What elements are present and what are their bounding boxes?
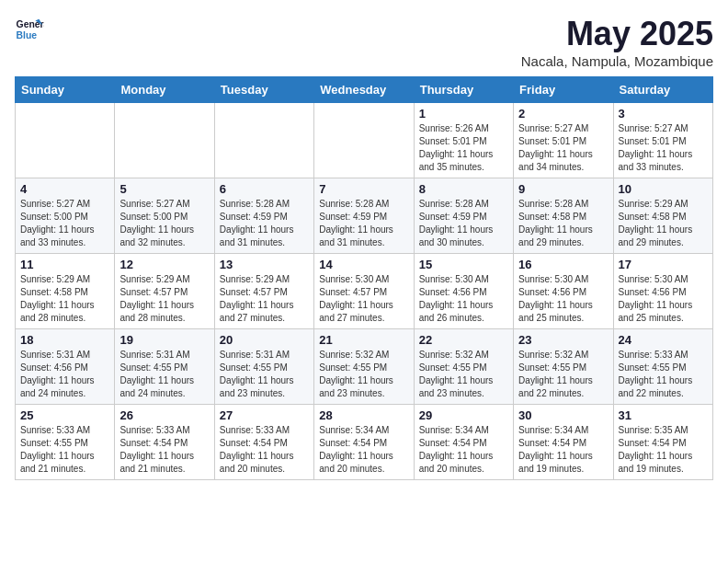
day-detail: Sunrise: 5:33 AMSunset: 4:54 PMDaylight:… [220,424,309,476]
week-row-2: 4Sunrise: 5:27 AMSunset: 5:00 PMDaylight… [16,178,713,254]
day-number: 25 [20,408,109,422]
weekday-header-sunday: Sunday [16,77,115,103]
day-cell: 13Sunrise: 5:29 AMSunset: 4:57 PMDayligh… [214,254,313,329]
calendar-table: SundayMondayTuesdayWednesdayThursdayFrid… [15,76,713,480]
day-detail: Sunrise: 5:35 AMSunset: 4:54 PMDaylight:… [619,424,708,476]
day-number: 8 [419,182,508,196]
day-cell: 2Sunrise: 5:27 AMSunset: 5:01 PMDaylight… [514,103,613,178]
day-detail: Sunrise: 5:31 AMSunset: 4:56 PMDaylight:… [20,349,109,400]
day-detail: Sunrise: 5:28 AMSunset: 4:58 PMDaylight:… [518,198,608,249]
day-detail: Sunrise: 5:33 AMSunset: 4:54 PMDaylight:… [119,424,209,476]
day-cell: 9Sunrise: 5:28 AMSunset: 4:58 PMDaylight… [514,178,613,254]
day-detail: Sunrise: 5:32 AMSunset: 4:55 PMDaylight:… [419,349,508,400]
day-number: 12 [119,258,209,271]
day-cell [314,103,414,178]
logo-icon: General Blue [15,15,44,44]
day-number: 10 [619,182,708,196]
day-detail: Sunrise: 5:33 AMSunset: 4:55 PMDaylight:… [20,424,109,476]
day-cell: 25Sunrise: 5:33 AMSunset: 4:55 PMDayligh… [16,405,115,480]
day-detail: Sunrise: 5:31 AMSunset: 4:55 PMDaylight:… [220,349,309,400]
day-detail: Sunrise: 5:31 AMSunset: 4:55 PMDaylight:… [119,349,209,400]
day-number: 18 [20,333,109,347]
day-number: 11 [20,258,109,271]
day-detail: Sunrise: 5:26 AMSunset: 5:01 PMDaylight:… [419,122,508,174]
day-cell: 14Sunrise: 5:30 AMSunset: 4:57 PMDayligh… [314,254,414,329]
day-cell: 18Sunrise: 5:31 AMSunset: 4:56 PMDayligh… [16,329,115,405]
day-cell: 12Sunrise: 5:29 AMSunset: 4:57 PMDayligh… [115,254,214,329]
day-detail: Sunrise: 5:28 AMSunset: 4:59 PMDaylight:… [220,198,309,249]
week-row-1: 1Sunrise: 5:26 AMSunset: 5:01 PMDaylight… [16,103,713,178]
day-detail: Sunrise: 5:29 AMSunset: 4:57 PMDaylight:… [119,273,209,325]
day-detail: Sunrise: 5:28 AMSunset: 4:59 PMDaylight:… [319,198,408,249]
day-detail: Sunrise: 5:33 AMSunset: 4:55 PMDaylight:… [619,349,708,400]
week-row-3: 11Sunrise: 5:29 AMSunset: 4:58 PMDayligh… [16,254,713,329]
weekday-header-monday: Monday [115,77,214,103]
day-number: 19 [119,333,209,347]
day-detail: Sunrise: 5:34 AMSunset: 4:54 PMDaylight:… [319,424,408,476]
day-cell: 28Sunrise: 5:34 AMSunset: 4:54 PMDayligh… [314,405,414,480]
day-detail: Sunrise: 5:30 AMSunset: 4:56 PMDaylight:… [619,273,708,325]
day-detail: Sunrise: 5:27 AMSunset: 5:00 PMDaylight:… [119,198,209,249]
day-number: 15 [419,258,508,271]
week-row-4: 18Sunrise: 5:31 AMSunset: 4:56 PMDayligh… [16,329,713,405]
day-number: 26 [119,408,209,422]
day-cell: 10Sunrise: 5:29 AMSunset: 4:58 PMDayligh… [613,178,712,254]
day-detail: Sunrise: 5:30 AMSunset: 4:56 PMDaylight:… [419,273,508,325]
day-detail: Sunrise: 5:29 AMSunset: 4:58 PMDaylight:… [619,198,708,249]
day-detail: Sunrise: 5:29 AMSunset: 4:58 PMDaylight:… [20,273,109,325]
day-number: 2 [518,107,608,121]
day-detail: Sunrise: 5:30 AMSunset: 4:57 PMDaylight:… [319,273,408,325]
day-cell: 24Sunrise: 5:33 AMSunset: 4:55 PMDayligh… [613,329,712,405]
day-number: 6 [220,182,309,196]
day-cell [115,103,214,178]
day-cell: 31Sunrise: 5:35 AMSunset: 4:54 PMDayligh… [613,405,712,480]
day-detail: Sunrise: 5:27 AMSunset: 5:00 PMDaylight:… [20,198,109,249]
day-number: 14 [319,258,408,271]
weekday-header-thursday: Thursday [414,77,513,103]
day-number: 3 [619,107,708,121]
day-number: 16 [518,258,608,271]
day-cell: 15Sunrise: 5:30 AMSunset: 4:56 PMDayligh… [414,254,513,329]
day-number: 27 [220,408,309,422]
day-number: 1 [419,107,508,121]
day-number: 4 [20,182,109,196]
day-cell [214,103,313,178]
day-cell: 26Sunrise: 5:33 AMSunset: 4:54 PMDayligh… [115,405,214,480]
day-cell: 7Sunrise: 5:28 AMSunset: 4:59 PMDaylight… [314,178,414,254]
day-number: 29 [419,408,508,422]
day-detail: Sunrise: 5:34 AMSunset: 4:54 PMDaylight:… [419,424,508,476]
day-number: 30 [518,408,608,422]
day-number: 28 [319,408,408,422]
day-number: 20 [220,333,309,347]
day-cell: 8Sunrise: 5:28 AMSunset: 4:59 PMDaylight… [414,178,513,254]
day-cell: 1Sunrise: 5:26 AMSunset: 5:01 PMDaylight… [414,103,513,178]
day-number: 31 [619,408,708,422]
day-number: 23 [518,333,608,347]
day-number: 9 [518,182,608,196]
day-cell: 21Sunrise: 5:32 AMSunset: 4:55 PMDayligh… [314,329,414,405]
weekday-header-row: SundayMondayTuesdayWednesdayThursdayFrid… [16,77,713,103]
day-cell: 16Sunrise: 5:30 AMSunset: 4:56 PMDayligh… [514,254,613,329]
day-number: 13 [220,258,309,271]
day-detail: Sunrise: 5:27 AMSunset: 5:01 PMDaylight:… [518,122,608,174]
day-detail: Sunrise: 5:32 AMSunset: 4:55 PMDaylight:… [319,349,408,400]
day-cell: 20Sunrise: 5:31 AMSunset: 4:55 PMDayligh… [214,329,313,405]
day-detail: Sunrise: 5:28 AMSunset: 4:59 PMDaylight:… [419,198,508,249]
week-row-5: 25Sunrise: 5:33 AMSunset: 4:55 PMDayligh… [16,405,713,480]
logo: General Blue [15,15,44,44]
day-cell: 27Sunrise: 5:33 AMSunset: 4:54 PMDayligh… [214,405,313,480]
header: General Blue May 2025 Nacala, Nampula, M… [15,15,713,69]
day-detail: Sunrise: 5:32 AMSunset: 4:55 PMDaylight:… [518,349,608,400]
weekday-header-saturday: Saturday [613,77,712,103]
day-number: 21 [319,333,408,347]
weekday-header-tuesday: Tuesday [214,77,313,103]
day-cell: 4Sunrise: 5:27 AMSunset: 5:00 PMDaylight… [16,178,115,254]
day-cell: 6Sunrise: 5:28 AMSunset: 4:59 PMDaylight… [214,178,313,254]
svg-text:Blue: Blue [17,30,38,40]
day-number: 22 [419,333,508,347]
day-number: 7 [319,182,408,196]
day-cell: 11Sunrise: 5:29 AMSunset: 4:58 PMDayligh… [16,254,115,329]
weekday-header-wednesday: Wednesday [314,77,414,103]
day-number: 5 [119,182,209,196]
day-detail: Sunrise: 5:27 AMSunset: 5:01 PMDaylight:… [619,122,708,174]
